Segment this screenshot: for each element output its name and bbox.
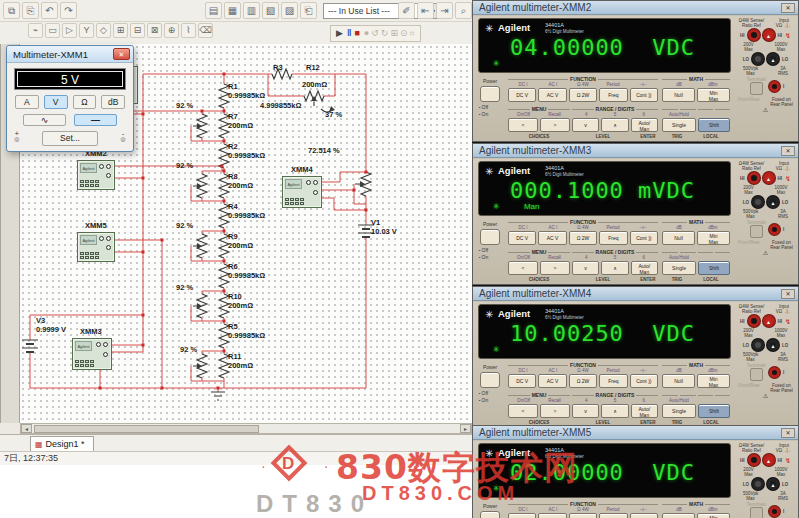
- redo-icon[interactable]: ↷: [60, 2, 77, 19]
- place-cmos-icon[interactable]: ⊟: [130, 23, 145, 38]
- spreadsheet-view-icon[interactable]: ▦: [224, 2, 241, 19]
- window-titlebar[interactable]: Agilent multimeter-XMM4 ✕: [473, 287, 798, 301]
- acv-button[interactable]: AC V: [538, 513, 566, 518]
- place-mixed-icon[interactable]: ⊕: [164, 23, 179, 38]
- db-mode-button[interactable]: dB: [101, 95, 125, 109]
- sense-lo-terminal[interactable]: [752, 196, 764, 208]
- front-rear-button[interactable]: [750, 507, 763, 518]
- dcv-button[interactable]: DC V: [508, 88, 536, 102]
- multimeter-xmm3-symbol[interactable]: Agilent: [72, 338, 112, 370]
- close-icon[interactable]: ✕: [781, 428, 795, 438]
- input-lo-terminal[interactable]: ▲: [767, 53, 779, 65]
- freq-button[interactable]: Freq: [599, 513, 627, 518]
- ac-mode-button[interactable]: ∿: [23, 114, 66, 126]
- menu-right-button[interactable]: >: [540, 404, 570, 418]
- range-down-button[interactable]: ∨: [572, 261, 599, 275]
- menu-left-button[interactable]: <: [508, 404, 538, 418]
- tab-design1[interactable]: ▦Design1 *: [30, 436, 94, 452]
- menu-left-button[interactable]: <: [508, 261, 538, 275]
- range-down-button[interactable]: ∨: [572, 118, 599, 132]
- input-hi-terminal[interactable]: ▲: [763, 315, 775, 327]
- sense-hi-terminal[interactable]: [748, 172, 760, 184]
- input-lo-terminal[interactable]: ▲: [767, 478, 779, 490]
- place-analog-icon[interactable]: ◇: [96, 23, 111, 38]
- stop-simulation-icon[interactable]: ■: [354, 27, 359, 40]
- ohms-button[interactable]: Ω 2W: [569, 513, 597, 518]
- power-button[interactable]: [480, 86, 500, 102]
- paste-icon[interactable]: ⧉: [3, 2, 20, 19]
- scroll-left-icon[interactable]: ◂: [21, 424, 32, 433]
- window-titlebar[interactable]: Agilent multimeter-XMM2 ✕: [473, 1, 798, 15]
- multimeter-xmm5-symbol[interactable]: Agilent: [77, 232, 115, 262]
- freq-button[interactable]: Freq: [599, 231, 627, 245]
- range-up-button[interactable]: ∧: [601, 261, 628, 275]
- scrollbar-thumb[interactable]: [34, 425, 259, 433]
- power-button[interactable]: [480, 229, 500, 245]
- sense-lo-terminal[interactable]: [752, 478, 764, 490]
- power-button[interactable]: [480, 372, 500, 388]
- continuity-button[interactable]: Cont )): [630, 88, 658, 102]
- place-basic-icon[interactable]: ▭: [45, 23, 60, 38]
- undo-icon[interactable]: ↶: [41, 2, 58, 19]
- erc-icon[interactable]: ✐: [398, 2, 415, 19]
- dc-mode-button[interactable]: —: [74, 114, 117, 126]
- acv-button[interactable]: AC V: [538, 231, 566, 245]
- window-titlebar[interactable]: Agilent multimeter-XMM3 ✕: [473, 144, 798, 158]
- continuity-button[interactable]: Cont )): [630, 513, 658, 518]
- place-source-icon[interactable]: ⌁: [28, 23, 43, 38]
- power-button[interactable]: [480, 511, 500, 518]
- horizontal-scrollbar[interactable]: ◂ ▸: [20, 423, 472, 434]
- menu-left-button[interactable]: <: [508, 118, 538, 132]
- minmax-button[interactable]: Min Max: [697, 374, 730, 388]
- freq-button[interactable]: Freq: [599, 374, 627, 388]
- sense-hi-terminal[interactable]: [748, 29, 760, 41]
- range-up-button[interactable]: ∧: [601, 404, 628, 418]
- input-hi-terminal[interactable]: ▲: [763, 454, 775, 466]
- menu-right-button[interactable]: >: [540, 261, 570, 275]
- place-diode-icon[interactable]: ▷: [62, 23, 77, 38]
- range-up-button[interactable]: ∧: [601, 118, 628, 132]
- place-ttl-icon[interactable]: ⊞: [113, 23, 128, 38]
- find-icon[interactable]: ⌕: [455, 2, 472, 19]
- grapher-icon[interactable]: ▧: [262, 2, 279, 19]
- current-terminal[interactable]: [769, 81, 780, 92]
- multimeter-xmm2-symbol[interactable]: Agilent: [77, 160, 115, 190]
- design-toolbox-icon[interactable]: ▤: [205, 2, 222, 19]
- menu-right-button[interactable]: >: [540, 118, 570, 132]
- current-terminal[interactable]: [769, 224, 780, 235]
- database-manager-icon[interactable]: ▥: [243, 2, 260, 19]
- single-button[interactable]: Single: [662, 261, 696, 275]
- acv-button[interactable]: AC V: [538, 88, 566, 102]
- continuity-button[interactable]: Cont )): [630, 231, 658, 245]
- current-terminal[interactable]: [769, 506, 780, 517]
- multimeter-xmm4-symbol[interactable]: Agilent: [282, 176, 322, 208]
- single-button[interactable]: Single: [662, 404, 696, 418]
- hierarchy-icon[interactable]: ⎗: [300, 2, 317, 19]
- input-hi-terminal[interactable]: ▲: [763, 172, 775, 184]
- close-icon[interactable]: ✕: [781, 3, 795, 13]
- minmax-button[interactable]: Min Max: [697, 513, 730, 518]
- place-transistor-icon[interactable]: Y: [79, 23, 94, 38]
- forward-annotate-icon[interactable]: ⇥: [436, 2, 453, 19]
- null-button[interactable]: Null: [662, 374, 695, 388]
- dcv-button[interactable]: DC V: [508, 374, 536, 388]
- volts-mode-button[interactable]: V: [44, 95, 68, 109]
- input-hi-terminal[interactable]: ▲: [763, 29, 775, 41]
- auto-man-button[interactable]: Auto/ Man: [631, 261, 658, 275]
- minmax-button[interactable]: Min Max: [697, 231, 730, 245]
- window-titlebar[interactable]: Agilent multimeter-XMM5 ✕: [473, 426, 798, 440]
- dialog-titlebar[interactable]: Multimeter-XMM1 ✕: [7, 46, 133, 63]
- current-terminal[interactable]: [769, 367, 780, 378]
- ohms-button[interactable]: Ω 2W: [569, 88, 597, 102]
- auto-man-button[interactable]: Auto/ Man: [631, 118, 658, 132]
- sense-hi-terminal[interactable]: [748, 454, 760, 466]
- auto-man-button[interactable]: Auto/ Man: [631, 404, 658, 418]
- copy-icon[interactable]: ⎘: [22, 2, 39, 19]
- sense-lo-terminal[interactable]: [752, 53, 764, 65]
- shift-button[interactable]: Shift: [698, 404, 730, 418]
- dcv-button[interactable]: DC V: [508, 231, 536, 245]
- delete-icon[interactable]: ⌫: [198, 23, 213, 38]
- input-lo-terminal[interactable]: ▲: [767, 339, 779, 351]
- input-lo-terminal[interactable]: ▲: [767, 196, 779, 208]
- continuity-button[interactable]: Cont )): [630, 374, 658, 388]
